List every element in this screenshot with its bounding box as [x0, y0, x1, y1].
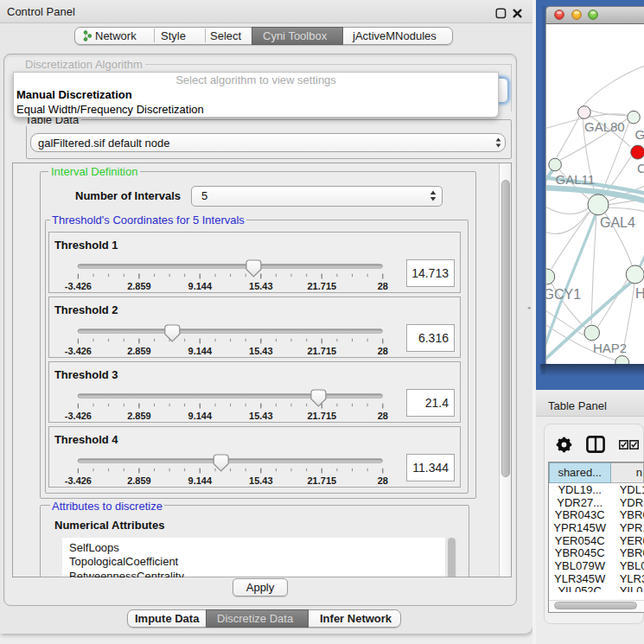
svg-text:15.43: 15.43	[249, 280, 273, 290]
svg-text:15.43: 15.43	[249, 475, 273, 485]
svg-text:28: 28	[378, 280, 388, 290]
svg-text:GA: GA	[635, 127, 644, 142]
svg-text:GAL11: GAL11	[556, 171, 596, 186]
svg-text:GAL4: GAL4	[600, 215, 635, 230]
svg-text:HAP2: HAP2	[593, 341, 627, 355]
svg-text:-3.426: -3.426	[65, 280, 92, 290]
svg-text:2.859: 2.859	[127, 345, 151, 355]
svg-text:9.144: 9.144	[188, 475, 213, 485]
svg-text:GCY1: GCY1	[546, 287, 581, 302]
svg-text:9.144: 9.144	[188, 280, 213, 290]
svg-text:-3.426: -3.426	[65, 410, 92, 420]
svg-text:2.859: 2.859	[127, 475, 151, 485]
svg-text:21.715: 21.715	[308, 475, 337, 485]
svg-text:21.715: 21.715	[308, 280, 337, 290]
svg-text:21.715: 21.715	[308, 410, 337, 420]
svg-text:H: H	[635, 286, 644, 301]
svg-text:2.859: 2.859	[127, 410, 151, 420]
svg-text:15.43: 15.43	[249, 345, 273, 355]
svg-text:-3.426: -3.426	[65, 475, 92, 485]
svg-text:-3.426: -3.426	[65, 345, 92, 355]
svg-text:2.859: 2.859	[127, 280, 151, 290]
svg-text:28: 28	[378, 410, 388, 420]
svg-text:28: 28	[378, 345, 388, 355]
svg-text:21.715: 21.715	[308, 345, 337, 355]
svg-text:9.144: 9.144	[188, 410, 213, 420]
svg-text:GAL80: GAL80	[584, 118, 625, 133]
svg-text:C: C	[637, 161, 644, 175]
svg-text:28: 28	[378, 475, 388, 485]
svg-text:9.144: 9.144	[188, 345, 213, 355]
svg-text:15.43: 15.43	[249, 410, 273, 420]
